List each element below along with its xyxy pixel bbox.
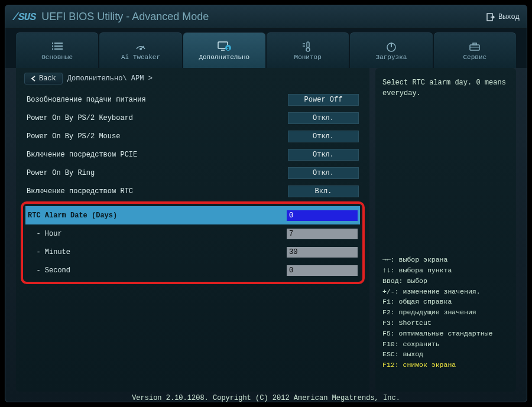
monitor-info-icon: i — [217, 41, 231, 53]
setting-row-restore-power: Возобновление подачи питания Power Off — [24, 90, 361, 109]
setting-label: Power On By Ring — [27, 169, 288, 177]
legend-line: +/-: изменение значения. — [382, 286, 509, 297]
svg-text:i: i — [227, 45, 230, 51]
tab-monitor[interactable]: Монитор — [267, 32, 349, 68]
setting-label: - Hour — [28, 230, 287, 238]
legend-line: ESC: выход — [382, 349, 509, 360]
rtc-hour-input[interactable] — [287, 229, 358, 239]
gauge-icon — [134, 41, 147, 53]
setting-row-ps2-keyboard: Power On By PS/2 Keyboard Откл. — [24, 109, 361, 127]
svg-point-8 — [306, 48, 310, 51]
setting-value-dropdown[interactable]: Вкл. — [288, 185, 359, 197]
setting-label: Power On By PS/2 Mouse — [27, 132, 288, 141]
toolbox-icon — [468, 41, 481, 53]
setting-label: - Second — [28, 266, 287, 275]
legend-line: Ввод: выбор — [382, 276, 509, 286]
list-icon — [51, 41, 64, 53]
setting-row-ps2-mouse: Power On By PS/2 Mouse Откл. — [24, 127, 361, 145]
tab-boot[interactable]: Загрузка — [350, 32, 432, 68]
breadcrumb: Дополнительно\ APM > — [67, 74, 153, 83]
legend-line: →←: выбор экрана — [382, 255, 509, 265]
tab-label: Монитор — [294, 54, 322, 61]
keyboard-legend: →←: выбор экрана ↑↓: выбора пункта Ввод:… — [382, 255, 509, 370]
tab-label: Загрузка — [376, 54, 407, 61]
setting-row-rtc-hour[interactable]: - Hour — [25, 224, 360, 243]
setting-label: Включение посредством RTC — [27, 187, 288, 196]
setting-row-rtc: Включение посредством RTC Вкл. — [24, 182, 361, 200]
body: Back Дополнительно\ APM > Возобновление … — [5, 68, 527, 392]
tab-main[interactable]: Основные — [16, 32, 98, 68]
tab-aitweaker[interactable]: Ai Tweaker — [99, 32, 181, 68]
setting-label: Возобновление подачи питания — [27, 96, 288, 104]
breadcrumb-row: Back Дополнительно\ APM > — [24, 73, 361, 84]
back-button[interactable]: Back — [24, 73, 63, 84]
tab-advanced[interactable]: i Дополнительно — [183, 32, 265, 68]
legend-line: ↑↓: выбора пункта — [382, 265, 509, 276]
setting-row-rtc-date[interactable]: RTC Alarm Date (Days) — [25, 206, 360, 224]
setting-value-dropdown[interactable]: Откл. — [288, 167, 359, 179]
highlight-annotation: RTC Alarm Date (Days) - Hour - Minute - … — [21, 201, 365, 284]
setting-row-rtc-second[interactable]: - Second — [25, 261, 360, 279]
svg-rect-7 — [307, 42, 309, 48]
rtc-minute-input[interactable] — [287, 247, 358, 258]
asus-logo: /SUS — [12, 11, 35, 23]
setting-label: - Minute — [28, 248, 287, 256]
setting-value-dropdown[interactable]: Откл. — [288, 149, 359, 161]
legend-line: F3: Shortcut — [382, 318, 509, 328]
rtc-date-input[interactable] — [287, 210, 358, 221]
svg-rect-12 — [473, 43, 476, 45]
setting-row-pcie: Включение посредством PCIE Откл. — [24, 145, 361, 164]
power-icon — [385, 41, 397, 53]
setting-label: Включение посредством PCIE — [27, 151, 288, 159]
rtc-second-input[interactable] — [287, 265, 358, 276]
legend-line: F10: сохранить — [382, 339, 509, 350]
tab-label: Дополнительно — [199, 54, 249, 61]
legend-line-highlight: F12: снимок экрана — [382, 360, 509, 370]
help-text: Select RTC alarm day. 0 means everyday. — [382, 77, 509, 99]
tab-bar: Основные Ai Tweaker i Дополнительно Мони… — [5, 29, 527, 68]
back-arrow-icon — [31, 76, 37, 82]
footer-version: Version 2.10.1208. Copyright (C) 2012 Am… — [5, 392, 527, 402]
legend-line: F2: предыдущие значения — [382, 307, 509, 318]
title-text: UEFI BIOS Utility - Advanced Mode — [41, 11, 209, 23]
legend-line: F1: общая справка — [382, 297, 509, 307]
setting-value-dropdown[interactable]: Откл. — [288, 112, 359, 124]
legend-line: F5: оптимальные стандартные — [382, 328, 509, 339]
setting-value-dropdown[interactable]: Откл. — [288, 131, 359, 142]
setting-label: RTC Alarm Date (Days) — [28, 211, 287, 220]
exit-icon — [486, 13, 495, 21]
setting-row-ring: Power On By Ring Откл. — [24, 164, 361, 182]
setting-value-dropdown[interactable]: Power Off — [288, 94, 359, 106]
main-panel: Back Дополнительно\ APM > Возобновление … — [16, 68, 369, 392]
back-label: Back — [39, 74, 56, 83]
bios-window: /SUS UEFI BIOS Utility - Advanced Mode В… — [5, 5, 527, 402]
tab-label: Ai Tweaker — [121, 54, 160, 61]
tab-label: Сервис — [463, 54, 487, 61]
thermometer-icon — [301, 41, 314, 53]
exit-button[interactable]: Выход — [486, 13, 520, 21]
tab-tools[interactable]: Сервис — [434, 32, 516, 68]
setting-row-rtc-minute[interactable]: - Minute — [25, 243, 360, 261]
setting-label: Power On By PS/2 Keyboard — [27, 114, 288, 122]
help-panel: Select RTC alarm day. 0 means everyday. … — [375, 68, 516, 392]
exit-label: Выход — [498, 13, 520, 21]
titlebar: /SUS UEFI BIOS Utility - Advanced Mode В… — [5, 5, 527, 29]
tab-label: Основные — [41, 54, 73, 61]
